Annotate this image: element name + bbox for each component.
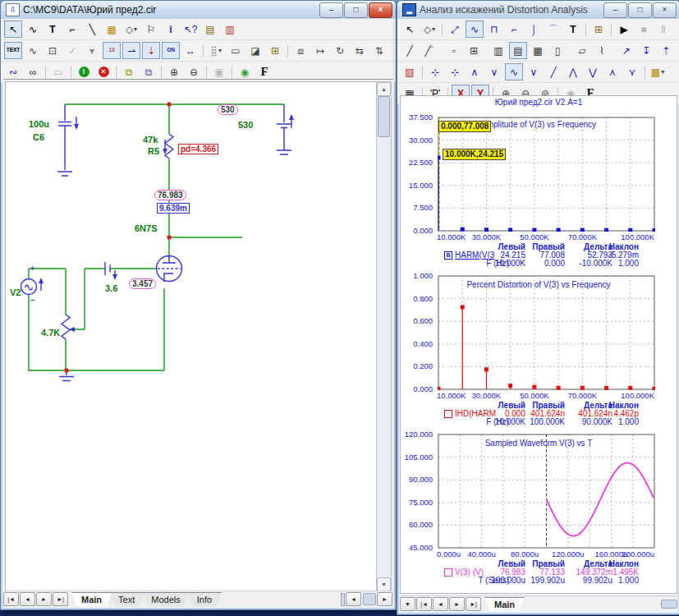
tab-info[interactable]: Info	[187, 592, 222, 606]
go-top-envelope-icon[interactable]: ⋏	[603, 63, 622, 80]
current-display-icon[interactable]: ⇀	[122, 42, 140, 59]
component-browser-icon[interactable]: ▦	[103, 21, 121, 38]
find-text-tool-icon[interactable]: ∾	[4, 63, 22, 80]
run-button-icon[interactable]: ▶	[615, 21, 633, 38]
cursor-narrow-icon[interactable]: ⊹	[446, 63, 464, 80]
both-grids-toggle-icon[interactable]: ▦	[529, 42, 547, 59]
c6-value-label[interactable]: 100u	[29, 119, 49, 129]
prev-page-button[interactable]: ◄	[433, 597, 448, 611]
last-page-button[interactable]: ►|	[466, 597, 481, 611]
tag-point-cursor-icon[interactable]: ↧	[637, 42, 655, 59]
close-button[interactable]: ×	[653, 2, 677, 18]
vertical-scroll-thumb[interactable]	[378, 96, 390, 137]
flag-tool-icon[interactable]: ⚐	[142, 21, 160, 38]
go-peak-icon[interactable]: ∧	[466, 63, 484, 80]
first-page-button[interactable]: |◄	[416, 597, 432, 611]
flip-vertical-tool-icon[interactable]: ⇅	[370, 42, 388, 59]
data-points-toggle-icon[interactable]: ▫	[445, 42, 463, 59]
component-info-tool-icon[interactable]: ▤	[201, 21, 219, 38]
distortion-plot[interactable]: Percent Distortion of V(3) vs Frequency1…	[401, 260, 677, 419]
waveform-buffer-icon[interactable]: ▩▾	[649, 63, 667, 80]
properties-dialog-icon[interactable]: ⊞	[590, 21, 608, 38]
tab-text[interactable]: Text	[108, 592, 145, 606]
graphics-tool-icon[interactable]: ◇▾	[420, 21, 438, 38]
performance-tag-icon[interactable]: ⌒	[544, 21, 562, 38]
scroll-right-button[interactable]: ►	[377, 592, 392, 606]
stretch-mode-icon[interactable]: ↦	[311, 42, 329, 59]
minimize-button[interactable]: –	[319, 2, 343, 18]
restore-button[interactable]: □	[628, 2, 652, 18]
zoom-in-icon[interactable]: ⊕	[165, 63, 183, 80]
minimize-button[interactable]: –	[603, 2, 627, 18]
text-tool-icon[interactable]: T	[564, 21, 582, 38]
amplitude-plot[interactable]: Юрий пред2.cir V2.A=1Amplitude of V(3) v…	[401, 96, 677, 260]
pin-display-icon[interactable]: ⊡	[44, 42, 62, 59]
vertical-tag-icon[interactable]: ⌡	[525, 21, 543, 38]
waveform-plot-canvas[interactable]	[438, 434, 655, 549]
text-tool-icon[interactable]: T	[44, 21, 62, 38]
source-ref-label[interactable]: V2	[10, 287, 21, 297]
graph-image-tool-icon[interactable]: ▧	[401, 63, 419, 80]
tag-delta-cursor-icon[interactable]: ⇡	[657, 42, 675, 59]
vertical-scrollbar[interactable]: ▲ ▼	[376, 81, 392, 592]
analysis-titlebar[interactable]: ▂ Анализ искажений Distortion Analysis –…	[397, 1, 679, 19]
box-select-mode-icon[interactable]: ⧈	[291, 42, 310, 59]
y-grid-toggle-icon[interactable]: ▤	[509, 42, 527, 59]
help-mode-tool-icon[interactable]: ↖?	[181, 21, 200, 38]
bias-value-label[interactable]: 3.6	[105, 283, 117, 293]
polygon-mode-icon[interactable]: ╱˙	[420, 42, 438, 59]
digital-path-tool-icon[interactable]: ▥	[221, 21, 239, 38]
go-valley-icon[interactable]: ∨	[485, 63, 503, 80]
border-display-icon[interactable]: ▭	[227, 42, 245, 59]
line-tool-icon[interactable]: ╲	[83, 21, 101, 38]
go-global-low-icon[interactable]: ⋁	[584, 63, 602, 80]
r5-ref-label[interactable]: R5	[148, 146, 159, 156]
x-grid-toggle-icon[interactable]: ▥	[489, 42, 507, 59]
line-mode-icon[interactable]: ╱	[401, 42, 419, 59]
go-bottom-envelope-icon[interactable]: ⋎	[623, 63, 641, 80]
scale-mode-icon[interactable]: ⤢	[446, 21, 464, 38]
shape-tool-icon[interactable]: ◇▾	[122, 21, 140, 38]
pane-splitter[interactable]	[341, 593, 345, 606]
scroll-down-button[interactable]: ▼	[377, 577, 391, 591]
find-component-tool-icon[interactable]: ∞	[24, 63, 42, 80]
pot-value-label[interactable]: 4.7K	[41, 328, 60, 338]
check-pass-indicator-icon[interactable]: !	[75, 63, 93, 80]
tab-models[interactable]: Models	[141, 592, 190, 606]
power-display-icon[interactable]: ⇣	[142, 42, 160, 59]
scroll-up-button[interactable]: ▲	[377, 82, 391, 96]
schematic-canvas[interactable]: +– 100u C6 530 530 47k R5 pd=4.366 76.98…	[5, 81, 378, 592]
tab-main[interactable]: Main	[71, 592, 112, 606]
restore-button[interactable]: □	[344, 2, 368, 18]
grid-display-icon[interactable]: ⣿▾	[207, 42, 225, 59]
node-number-display-icon[interactable]: 13	[103, 42, 121, 59]
vcc-value-label[interactable]: 530	[238, 120, 253, 130]
wire-mode-icon[interactable]: ∿	[24, 21, 42, 38]
globe-help-icon[interactable]: ◉	[236, 63, 254, 80]
schematic-titlebar[interactable]: ⎍ C:\MC9\DATA\Юрий пред2.cir – □ ×	[1, 1, 396, 19]
tab-list-dropdown[interactable]: ▼	[400, 597, 415, 611]
slider-tool-icon[interactable]: ∿	[24, 42, 42, 59]
select-tool-icon[interactable]: ↖	[4, 21, 22, 38]
go-slope-icon[interactable]: ╱	[544, 63, 562, 80]
wire-orthogonal-mode-icon[interactable]: ⌐	[63, 21, 81, 38]
point-tag-icon[interactable]: ⊓	[485, 21, 503, 38]
last-page-button[interactable]: ►|	[53, 592, 68, 606]
waveform-plot[interactable]: Sampled Waveform V(3) vs T120.000105.000…	[401, 419, 677, 583]
font-button-icon[interactable]: F	[255, 63, 273, 80]
minor-grids-toggle-icon[interactable]: ▯	[548, 42, 567, 59]
resize-grip[interactable]	[661, 600, 677, 609]
pin-connection-display-icon[interactable]: ↔	[181, 42, 200, 59]
horizontal-cursor-toggle-icon[interactable]: ⌇	[593, 42, 611, 59]
go-next-point-icon[interactable]: ∿	[505, 63, 523, 80]
node-voltage-display-icon[interactable]: ON	[162, 42, 180, 59]
horizontal-tag-icon[interactable]: ⌐	[505, 21, 523, 38]
tag-left-cursor-icon[interactable]: ↗	[617, 42, 635, 59]
zoom-out-icon[interactable]: ⊖	[185, 63, 203, 80]
distortion-plot-canvas[interactable]	[438, 275, 655, 390]
info-tool-icon[interactable]: i	[162, 21, 180, 38]
go-low-icon[interactable]: ∨	[525, 63, 543, 80]
baseline-toggle-icon[interactable]: ▱	[573, 42, 591, 59]
tube-ref-label[interactable]: 6N7S	[135, 223, 158, 233]
amplitude-plot-canvas[interactable]	[438, 117, 655, 232]
